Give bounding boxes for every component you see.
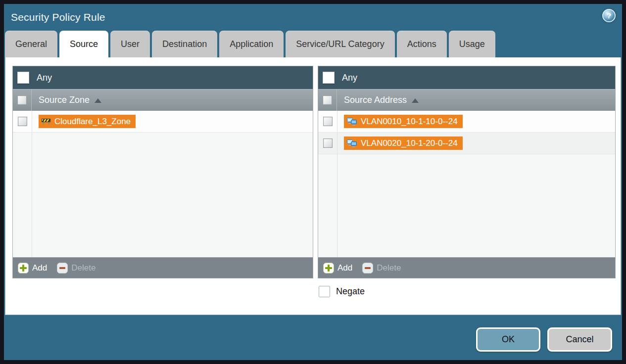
source-address-panel: Any Source Address [318, 66, 616, 278]
help-icon[interactable]: ? [602, 9, 616, 22]
add-icon [323, 263, 334, 273]
delete-zone-button[interactable]: Delete [57, 263, 96, 273]
source-address-entry-label: VLAN0020_10-1-20-0--24 [361, 138, 458, 148]
tab-service-url-category[interactable]: Service/URL Category [286, 31, 394, 57]
negate-label: Negate [336, 286, 365, 297]
tab-destination[interactable]: Destination [152, 31, 217, 57]
source-address-column-label: Source Address [344, 95, 407, 105]
table-row: Cloudflare_L3_Zone [13, 111, 313, 133]
delete-address-button[interactable]: Delete [362, 263, 401, 273]
dialog-titlebar: Security Policy Rule ? [4, 4, 622, 31]
tab-source[interactable]: Source [59, 31, 108, 57]
delete-icon [57, 263, 68, 273]
row-checkbox[interactable] [323, 138, 333, 148]
source-tab-content: Any Source Zone [5, 57, 621, 315]
tab-strip: General Source User Destination Applicat… [5, 31, 621, 57]
source-zone-rows: Cloudflare_L3_Zone [13, 111, 313, 257]
source-zone-panel: Any Source Zone [12, 66, 313, 278]
ok-button[interactable]: OK [476, 327, 540, 352]
source-address-rows: VLAN0010_10-1-10-0--24 [318, 111, 615, 257]
negate-row: Negate [319, 286, 365, 297]
cancel-button[interactable]: Cancel [547, 327, 612, 352]
source-address-any-checkbox[interactable] [323, 72, 335, 84]
source-zone-any-header: Any [13, 66, 313, 89]
source-address-any-header: Any [318, 66, 615, 89]
tab-actions[interactable]: Actions [397, 31, 447, 57]
negate-checkbox[interactable] [319, 286, 330, 297]
delete-address-label: Delete [377, 263, 401, 273]
source-address-entry[interactable]: VLAN0020_10-1-20-0--24 [344, 136, 463, 150]
tab-usage[interactable]: Usage [449, 31, 495, 57]
source-address-column-header: Source Address [318, 89, 615, 111]
source-address-entry-label: VLAN0010_10-1-10-0--24 [361, 117, 458, 127]
source-zone-select-all-checkbox[interactable] [17, 95, 27, 105]
row-checkbox[interactable] [323, 117, 333, 126]
source-address-column-label-wrap[interactable]: Source Address [337, 95, 419, 105]
source-zone-any-label: Any [37, 73, 52, 83]
tab-user[interactable]: User [110, 31, 150, 57]
address-icon [347, 139, 357, 147]
row-checkbox[interactable] [18, 117, 27, 126]
source-zone-column-header: Source Zone [13, 89, 313, 111]
add-zone-label: Add [32, 263, 47, 273]
source-zone-column-label-wrap[interactable]: Source Zone [32, 95, 101, 105]
sort-ascending-icon [412, 98, 419, 103]
source-address-entry[interactable]: VLAN0010_10-1-10-0--24 [344, 115, 463, 128]
source-address-toolbar: Add Delete [318, 257, 615, 278]
add-address-label: Add [337, 263, 352, 273]
tab-general[interactable]: General [5, 31, 57, 57]
table-row: VLAN0010_10-1-10-0--24 [318, 111, 615, 133]
security-policy-rule-dialog: Security Policy Rule ? General Source Us… [4, 4, 622, 360]
add-address-button[interactable]: Add [323, 263, 352, 273]
source-address-select-all-checkbox[interactable] [323, 95, 332, 105]
add-icon [18, 263, 29, 273]
source-zone-entry-label: Cloudflare_L3_Zone [54, 117, 131, 127]
delete-icon [362, 263, 373, 273]
dialog-title: Security Policy Rule [11, 11, 105, 23]
tab-application[interactable]: Application [219, 31, 284, 57]
table-row: VLAN0020_10-1-20-0--24 [318, 133, 615, 154]
source-zone-column-label: Source Zone [39, 95, 90, 105]
sort-ascending-icon [95, 98, 101, 103]
zone-icon [42, 118, 50, 125]
source-zone-any-checkbox[interactable] [17, 72, 29, 84]
add-zone-button[interactable]: Add [18, 263, 47, 273]
address-icon [347, 118, 357, 126]
source-address-any-label: Any [342, 73, 357, 83]
source-zone-toolbar: Add Delete [13, 257, 313, 278]
delete-zone-label: Delete [71, 263, 96, 273]
source-zone-entry[interactable]: Cloudflare_L3_Zone [39, 115, 136, 128]
